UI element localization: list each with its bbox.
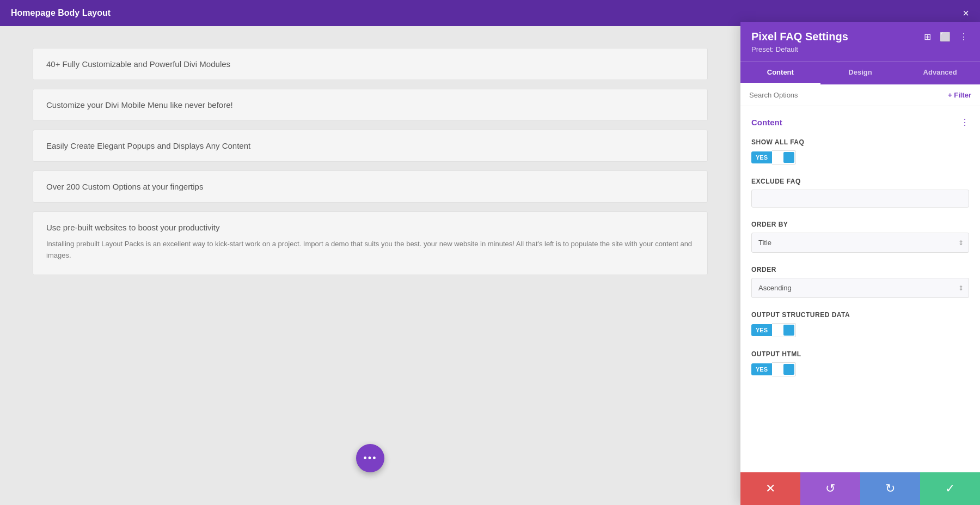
- panel-actions: ✕ ↺ ↻ ✓: [740, 472, 980, 505]
- panel-header-icons: ⊞ ⬜ ⋮: [923, 31, 969, 43]
- output-html-label: Output HTML: [751, 350, 969, 358]
- output-html-yes-label[interactable]: YES: [751, 363, 772, 375]
- panel-tabs: Content Design Advanced: [740, 61, 980, 84]
- output-structured-data-knob: [783, 325, 794, 336]
- settings-panel: Pixel FAQ Settings ⊞ ⬜ ⋮ Preset: Default…: [740, 22, 980, 505]
- section-title: Content: [751, 118, 782, 127]
- order-by-select-wrap: Title Date ID Menu Order Random ⇕: [751, 233, 969, 253]
- output-html-slider[interactable]: [772, 362, 796, 376]
- tab-advanced[interactable]: Advanced: [900, 62, 980, 84]
- faq-item-title-5: Use pre-built websites to boost your pro…: [46, 223, 694, 232]
- faq-item-3[interactable]: Easily Create Elegant Popups and Display…: [33, 130, 708, 162]
- output-html-field: Output HTML YES: [751, 350, 969, 376]
- section-header: Content ⋮: [751, 117, 969, 127]
- faq-item-1[interactable]: 40+ Fully Customizable and Powerful Divi…: [33, 48, 708, 80]
- show-all-faq-toggle[interactable]: YES: [751, 150, 969, 165]
- order-field: Order Ascending Descending ⇕: [751, 266, 969, 298]
- panel-content: Content ⋮ Show All FAQ YES Exclude FAQ O…: [740, 106, 980, 472]
- output-structured-data-label: Output Structured Data: [751, 311, 969, 319]
- save-button[interactable]: ✓: [920, 472, 980, 505]
- panel-responsive-icon[interactable]: ⊞: [923, 31, 932, 43]
- order-select[interactable]: Ascending Descending: [751, 278, 969, 298]
- faq-item-title-2: Customize your Divi Mobile Menu like nev…: [46, 100, 694, 109]
- page-title: Homepage Body Layout: [11, 8, 111, 18]
- close-button[interactable]: ×: [963, 8, 969, 19]
- exclude-faq-input[interactable]: [751, 190, 969, 208]
- order-by-select[interactable]: Title Date ID Menu Order Random: [751, 233, 969, 253]
- show-all-faq-knob: [783, 152, 794, 163]
- output-structured-data-yes-label[interactable]: YES: [751, 324, 772, 336]
- filter-button[interactable]: + Filter: [948, 91, 971, 99]
- tab-design[interactable]: Design: [820, 62, 901, 84]
- undo-button[interactable]: ↺: [800, 472, 860, 505]
- show-all-faq-label: Show All FAQ: [751, 138, 969, 146]
- search-input[interactable]: [749, 91, 944, 99]
- section-menu-button[interactable]: ⋮: [960, 117, 969, 127]
- panel-preset: Preset: Default: [751, 45, 969, 53]
- exclude-faq-label: Exclude FAQ: [751, 178, 969, 185]
- order-by-field: Order By Title Date ID Menu Order Random…: [751, 221, 969, 253]
- cancel-button[interactable]: ✕: [740, 472, 800, 505]
- show-all-faq-yes-label[interactable]: YES: [751, 151, 772, 163]
- tab-content[interactable]: Content: [740, 62, 820, 84]
- panel-header: Pixel FAQ Settings ⊞ ⬜ ⋮ Preset: Default: [740, 22, 980, 61]
- panel-more-icon[interactable]: ⋮: [958, 31, 969, 43]
- order-label: Order: [751, 266, 969, 273]
- faq-item-5[interactable]: Use pre-built websites to boost your pro…: [33, 211, 708, 275]
- fab-button[interactable]: •••: [356, 444, 384, 472]
- faq-item-4[interactable]: Over 200 Custom Options at your fingerti…: [33, 171, 708, 203]
- faq-item-title-3: Easily Create Elegant Popups and Display…: [46, 141, 694, 150]
- faq-item-2[interactable]: Customize your Divi Mobile Menu like nev…: [33, 89, 708, 121]
- order-select-wrap: Ascending Descending ⇕: [751, 278, 969, 298]
- output-structured-data-toggle[interactable]: YES: [751, 323, 969, 337]
- output-html-toggle[interactable]: YES: [751, 362, 969, 376]
- main-content-area: 40+ Fully Customizable and Powerful Divi…: [0, 26, 740, 505]
- output-html-knob: [783, 364, 794, 375]
- panel-layout-icon[interactable]: ⬜: [939, 31, 952, 43]
- show-all-faq-field: Show All FAQ YES: [751, 138, 969, 165]
- fab-icon: •••: [364, 453, 377, 464]
- panel-title: Pixel FAQ Settings: [751, 31, 848, 43]
- faq-item-content-5: Installing prebuilt Layout Packs is an e…: [46, 239, 694, 261]
- show-all-faq-slider[interactable]: [772, 150, 796, 165]
- output-structured-data-field: Output Structured Data YES: [751, 311, 969, 337]
- faq-item-title-4: Over 200 Custom Options at your fingerti…: [46, 182, 694, 191]
- order-by-label: Order By: [751, 221, 969, 228]
- exclude-faq-field: Exclude FAQ: [751, 178, 969, 208]
- redo-button[interactable]: ↻: [860, 472, 920, 505]
- faq-item-title-1: 40+ Fully Customizable and Powerful Divi…: [46, 59, 694, 69]
- output-structured-data-slider[interactable]: [772, 323, 796, 337]
- search-bar: + Filter: [740, 84, 980, 106]
